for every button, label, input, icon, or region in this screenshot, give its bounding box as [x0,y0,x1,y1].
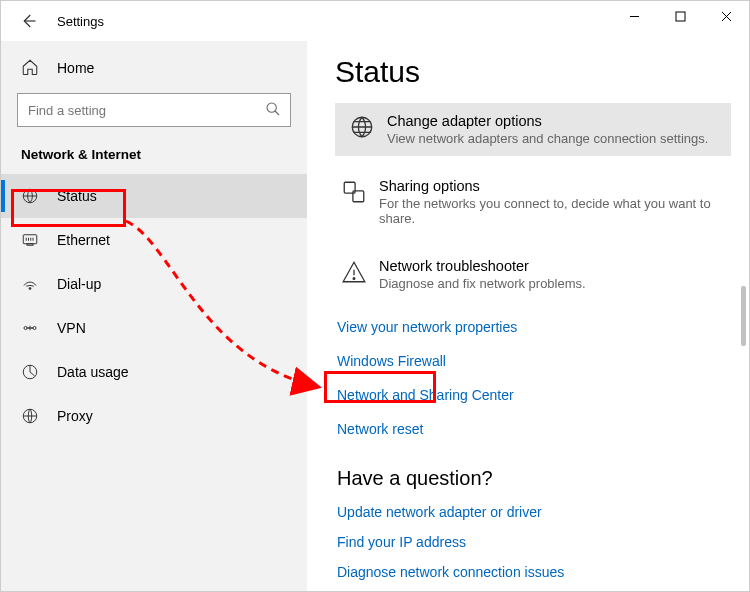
scrollbar[interactable] [741,41,747,591]
svg-point-22 [353,278,355,280]
option-title: Change adapter options [387,113,708,129]
datausage-icon [21,363,41,381]
option-title: Sharing options [379,178,727,194]
minimize-button[interactable] [611,1,657,31]
link-update-adapter[interactable]: Update network adapter or driver [337,504,731,520]
link-find-ip[interactable]: Find your IP address [337,534,731,550]
nav-vpn[interactable]: VPN [1,306,307,350]
link-network-sharing-center[interactable]: Network and Sharing Center [337,387,731,403]
question-heading: Have a question? [337,467,731,490]
option-sharing[interactable]: Sharing options For the networks you con… [335,168,731,236]
nav-proxy[interactable]: Proxy [1,394,307,438]
nav-label: Status [57,188,97,204]
nav-label: Dial-up [57,276,101,292]
svg-rect-7 [23,235,37,244]
option-subtitle: Diagnose and fix network problems. [379,276,586,291]
category-label: Network & Internet [1,137,307,174]
status-icon [21,187,41,205]
link-network-reset[interactable]: Network reset [337,421,731,437]
option-title: Network troubleshooter [379,258,586,274]
vpn-icon [21,319,41,337]
home-button[interactable]: Home [1,49,307,87]
nav-datausage[interactable]: Data usage [1,350,307,394]
link-windows-firewall[interactable]: Windows Firewall [337,353,731,369]
close-button[interactable] [703,1,749,31]
svg-point-4 [267,103,276,112]
svg-rect-1 [676,12,685,21]
nav-label: Proxy [57,408,93,424]
search-input[interactable] [17,93,291,127]
sharing-icon [339,178,369,206]
svg-point-14 [24,327,27,330]
nav-label: Data usage [57,364,129,380]
maximize-button[interactable] [657,1,703,31]
sidebar: Home Network & Internet Status Ethernet [1,41,307,591]
main-panel: Status Change adapter options View netwo… [307,41,749,591]
link-diagnose-issues[interactable]: Diagnose network connection issues [337,564,731,580]
home-label: Home [57,60,94,76]
globe-icon [347,113,377,141]
window-title: Settings [57,14,104,29]
back-button[interactable] [17,10,39,32]
nav-label: Ethernet [57,232,110,248]
option-troubleshooter[interactable]: Network troubleshooter Diagnose and fix … [335,248,731,301]
search-icon [265,101,283,119]
dialup-icon [21,275,41,293]
scrollbar-thumb[interactable] [741,286,746,346]
svg-point-15 [33,327,36,330]
svg-line-5 [275,111,279,115]
link-view-properties[interactable]: View your network properties [337,319,731,335]
nav-dialup[interactable]: Dial-up [1,262,307,306]
page-heading: Status [335,55,731,89]
warning-icon [339,258,369,286]
home-icon [21,58,41,79]
svg-point-13 [29,288,31,290]
proxy-icon [21,407,41,425]
nav-label: VPN [57,320,86,336]
option-change-adapter[interactable]: Change adapter options View network adap… [335,103,731,156]
svg-rect-8 [27,244,33,246]
ethernet-icon [21,231,41,249]
nav-ethernet[interactable]: Ethernet [1,218,307,262]
nav-status[interactable]: Status [1,174,307,218]
option-subtitle: For the networks you connect to, decide … [379,196,727,226]
option-subtitle: View network adapters and change connect… [387,131,708,146]
